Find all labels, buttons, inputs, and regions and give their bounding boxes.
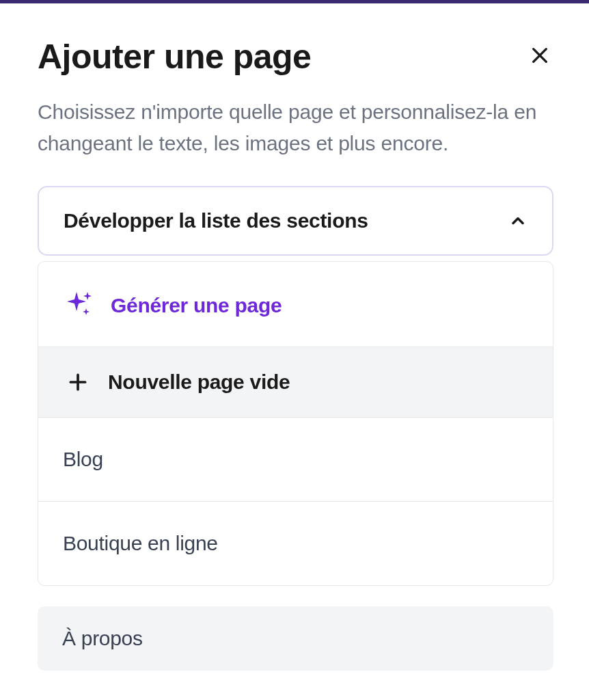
blank-page-label: Nouvelle page vide xyxy=(108,371,290,394)
close-icon xyxy=(529,44,551,66)
close-button[interactable] xyxy=(526,42,553,69)
shop-option[interactable]: Boutique en ligne xyxy=(38,502,553,585)
add-page-modal: Ajouter une page Choisissez n'importe qu… xyxy=(0,3,589,671)
generate-page-option[interactable]: Générer une page xyxy=(38,262,553,347)
dropdown-label: Développer la liste des sections xyxy=(64,209,368,232)
modal-title: Ajouter une page xyxy=(38,38,311,77)
blog-option[interactable]: Blog xyxy=(38,418,553,502)
chevron-up-icon xyxy=(508,211,528,230)
sparkle-icon xyxy=(63,289,96,322)
plus-icon xyxy=(63,371,93,393)
shop-label: Boutique en ligne xyxy=(63,532,218,555)
about-label: À propos xyxy=(62,627,143,649)
blog-label: Blog xyxy=(63,448,103,471)
blank-page-option[interactable]: Nouvelle page vide xyxy=(38,347,553,418)
page-options-list: Générer une page Nouvelle page vide Blog… xyxy=(38,261,553,586)
generate-page-label: Générer une page xyxy=(111,294,282,317)
modal-description: Choisissez n'importe quelle page et pers… xyxy=(38,96,553,160)
sections-dropdown-toggle[interactable]: Développer la liste des sections xyxy=(38,186,553,256)
about-option[interactable]: À propos xyxy=(38,606,553,671)
